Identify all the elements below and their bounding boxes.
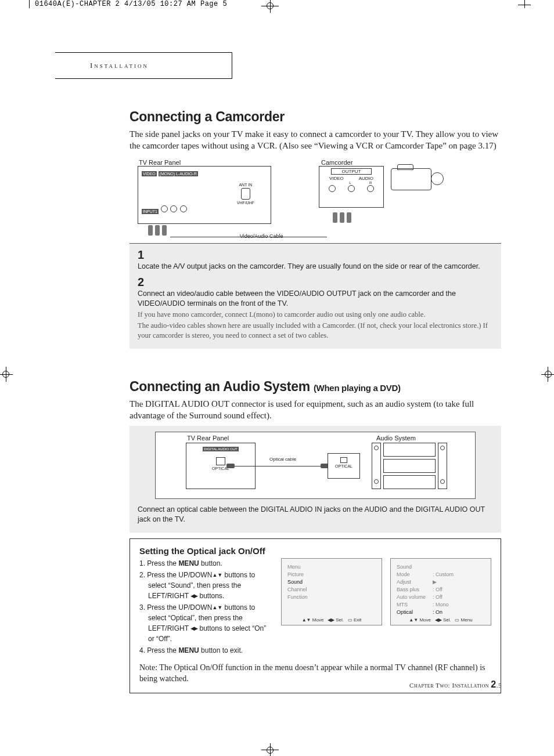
osd-row-selected: Optical: On xyxy=(397,609,485,616)
osd-row: Auto volume: Off xyxy=(397,594,485,601)
list-item: 2. Press the UP/DOWN▲▼ buttons to select… xyxy=(139,570,273,601)
step-subtext: The audio-video cables shown here are us… xyxy=(138,321,493,341)
jack-icon xyxy=(161,205,168,212)
video-label: VIDEO xyxy=(142,171,157,176)
footer-page-num: 2 xyxy=(491,679,496,689)
jack-icon xyxy=(180,205,187,212)
section-intro: The DIGITAL AUDIO OUT connector is used … xyxy=(129,398,501,422)
jack-icon xyxy=(329,185,336,192)
audio-system-optical-box: OPTICAL xyxy=(328,453,360,479)
step-text: Connect an optical cable between the DIG… xyxy=(138,505,493,525)
osd-item: Function xyxy=(287,594,376,601)
crop-mark xyxy=(267,747,274,754)
optical-setting-box: Setting the Optical jack On/Off 1. Press… xyxy=(129,538,501,693)
section-heading-audio: Connecting an Audio System (When playing… xyxy=(129,379,501,395)
list-item: 1. Press the MENU button. xyxy=(139,558,273,569)
up-down-icon: ▲▼ xyxy=(212,572,222,578)
input1-label: INPUT1 xyxy=(142,209,159,214)
chapter-tab-label: Installation xyxy=(90,61,149,70)
crop-mark xyxy=(545,371,552,378)
tv-rear-panel-box: VIDEO (MONO) L-AUDIO-R INPUT1 ANT IN xyxy=(138,166,271,224)
left-right-icon: ◀▶ xyxy=(435,617,442,623)
section-heading-camcorder: Connecting a Camcorder xyxy=(129,109,501,125)
footer-chapter: Chapter Two: Installation xyxy=(409,682,491,689)
diagram-audio-connection: TV Rear Panel Audio System DIGITAL AUDIO… xyxy=(155,432,476,499)
osd-item-selected: Sound xyxy=(287,578,376,586)
digital-audio-out-label: DIGITAL AUDIO OUT xyxy=(203,447,238,451)
osd-sound-screenshot: Sound Mode: Custom Adjust▶ Bass plus: Of… xyxy=(390,558,491,625)
cable-plugs-icon xyxy=(147,225,168,237)
left-right-icon: ◀▶ xyxy=(328,617,334,623)
section-subtitle: (When playing a DVD) xyxy=(314,383,401,393)
section-title: Connecting an Audio System xyxy=(129,379,310,394)
osd-footer: ▲▼ Move ◀▶ Sel. ▭ Exit xyxy=(282,617,382,623)
osd-row: Adjust▶ xyxy=(397,578,485,586)
list-item: 3. Press the UP/DOWN▲▼ buttons to select… xyxy=(139,602,273,644)
step-text: Connect an video/audio cable between the… xyxy=(138,289,493,309)
page-content: Installation Connecting a Camcorder The … xyxy=(55,52,502,693)
up-down-icon: ▲▼ xyxy=(212,605,222,610)
audio-steps-block: TV Rear Panel Audio System DIGITAL AUDIO… xyxy=(129,426,501,533)
menu-icon: ▭ xyxy=(348,617,352,623)
audio-system-icon xyxy=(372,443,447,489)
manual-page: 01640A(E)-CHAPTER 2 4/13/05 10:27 AM Pag… xyxy=(0,0,554,756)
osd-row: Bass plus: Off xyxy=(397,586,485,594)
crop-mark xyxy=(267,2,274,9)
cable-label: Video/Audio Cable xyxy=(240,233,283,239)
step-number: 2 xyxy=(138,276,493,289)
cable-label: Optical cable xyxy=(269,457,296,462)
step-subtext: If you have mono camcorder, connect L(mo… xyxy=(138,310,493,320)
audio-label: AUDIO xyxy=(359,176,373,181)
jack-icon xyxy=(367,185,374,192)
osd-title: Sound xyxy=(397,563,485,571)
optical-steps-list: 1. Press the MENU button. 2. Press the U… xyxy=(139,558,273,657)
crop-mark xyxy=(518,5,531,5)
video-label: VIDEO xyxy=(329,176,344,181)
diagram-label-tv: TV Rear Panel xyxy=(187,435,229,442)
list-item: 4. Press the MENU button to exit. xyxy=(139,645,273,656)
output-label: OUTPUT xyxy=(331,168,372,175)
crop-mark xyxy=(29,0,30,8)
diagram-label-tv: TV Rear Panel xyxy=(139,159,181,166)
jack-icon xyxy=(348,185,355,192)
osd-item: Picture xyxy=(287,571,376,578)
mono-audio-label: (MONO) L-AUDIO-R xyxy=(159,171,198,176)
left-right-icon: ◀▶ xyxy=(190,593,197,599)
osd-menu-screenshot: Menu Picture Sound Channel Function ▲▼ M… xyxy=(281,558,382,625)
audio-r-label: R xyxy=(369,181,372,185)
diagram-label-audio-system: Audio System xyxy=(376,435,416,442)
camcorder-steps-block: TV Rear Panel Camcorder VIDEO (MONO) L-A… xyxy=(129,157,501,349)
crop-mark xyxy=(2,371,9,378)
section-intro: The side panel jacks on your TV make it … xyxy=(129,128,501,152)
cable-plugs-icon xyxy=(332,212,352,224)
diagram-camcorder-connection: TV Rear Panel Camcorder VIDEO (MONO) L-A… xyxy=(129,157,501,244)
cable-line xyxy=(170,237,327,237)
menu-icon: ▭ xyxy=(455,617,459,623)
footer-page-suffix: .5 xyxy=(497,682,502,689)
audio-l-label: L xyxy=(349,181,351,185)
vhf-uhf-label: VHF/UHF xyxy=(237,201,254,205)
osd-row: Mode: Custom xyxy=(397,571,485,578)
box-heading: Setting the Optical jack On/Off xyxy=(139,546,491,556)
jack-icon xyxy=(170,205,177,212)
crop-mark xyxy=(524,0,525,8)
ant-in-label: ANT IN xyxy=(237,183,254,187)
left-right-icon: ◀▶ xyxy=(190,625,197,631)
osd-footer: ▲▼ Move ◀▶ Sel. ▭ Menu xyxy=(391,617,491,623)
osd-title: Menu xyxy=(287,563,376,571)
optical-port-icon xyxy=(216,457,225,465)
up-down-icon: ▲▼ xyxy=(409,617,418,623)
print-slug: 01640A(E)-CHAPTER 2 4/13/05 10:27 AM Pag… xyxy=(35,0,227,8)
optical-label: OPTICAL xyxy=(328,464,359,468)
step-text: Locate the A/V output jacks on the camco… xyxy=(138,262,493,272)
up-down-icon: ▲▼ xyxy=(302,617,311,623)
camcorder-icon xyxy=(391,168,431,190)
page-footer: Chapter Two: Installation 2.5 xyxy=(409,679,502,690)
optical-cable-icon xyxy=(231,464,324,469)
step-number: 1 xyxy=(138,248,493,262)
osd-item: Channel xyxy=(287,586,376,594)
chapter-tab: Installation xyxy=(55,52,232,79)
osd-row: MTS: Mono xyxy=(397,601,485,609)
diagram-label-camcorder: Camcorder xyxy=(321,159,352,166)
camcorder-output-box: OUTPUT VIDEO AUDIO L R xyxy=(319,166,384,208)
